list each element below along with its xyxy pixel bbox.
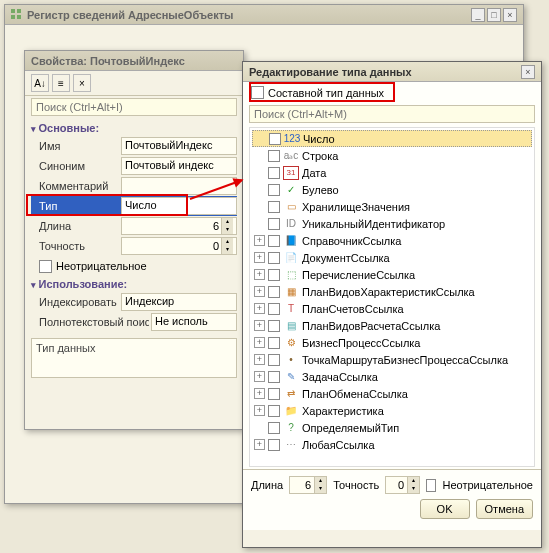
type-item-2[interactable]: 31Дата	[250, 164, 534, 181]
compound-label: Составной тип данных	[268, 87, 384, 99]
cancel-button[interactable]: Отмена	[476, 499, 533, 519]
type-item-15[interactable]: +⇄ПланОбменаСсылка	[250, 385, 534, 402]
type-item-5[interactable]: IDУникальныйИдентификатор	[250, 215, 534, 232]
expand-icon[interactable]: +	[254, 252, 265, 263]
types-nonneg-checkbox[interactable]	[426, 479, 436, 492]
expand-icon[interactable]: +	[254, 303, 265, 314]
props-search-input[interactable]	[31, 98, 237, 116]
type-item-14[interactable]: +✎ЗадачаСсылка	[250, 368, 534, 385]
type-item-16[interactable]: +📁Характеристика	[250, 402, 534, 419]
length-down[interactable]: ▾	[221, 226, 233, 234]
expand-icon[interactable]: +	[254, 371, 265, 382]
type-item-7[interactable]: +📄ДокументСсылка	[250, 249, 534, 266]
type-item-3[interactable]: ✓Булево	[250, 181, 534, 198]
expand-icon[interactable]: +	[254, 269, 265, 280]
type-checkbox[interactable]	[268, 303, 280, 315]
type-item-0[interactable]: 123Число	[252, 130, 532, 147]
type-checkbox[interactable]	[268, 354, 280, 366]
section-usage[interactable]: Использование:	[31, 276, 237, 292]
fulltext-field[interactable]: Не исполь	[151, 313, 237, 331]
type-item-18[interactable]: +⋯ЛюбаяСсылка	[250, 436, 534, 453]
type-item-9[interactable]: +▦ПланВидовХарактеристикСсылка	[250, 283, 534, 300]
name-field[interactable]: ПочтовыйИндекс	[121, 137, 237, 155]
type-item-17[interactable]: ?ОпределяемыйТип	[250, 419, 534, 436]
type-checkbox[interactable]	[268, 235, 280, 247]
type-checkbox[interactable]	[268, 201, 280, 213]
nonneg-checkbox[interactable]	[39, 260, 52, 273]
type-checkbox[interactable]	[268, 269, 280, 281]
type-checkbox[interactable]	[268, 218, 280, 230]
expand-icon	[255, 133, 266, 144]
type-label: Дата	[302, 167, 326, 179]
main-titlebar: Регистр сведений АдресныеОбъекты _ □ ×	[5, 5, 523, 25]
type-icon: ⋯	[283, 438, 299, 452]
type-checkbox[interactable]	[269, 133, 281, 145]
section-main[interactable]: Основные:	[31, 120, 237, 136]
expand-icon[interactable]: +	[254, 388, 265, 399]
minimize-button[interactable]: _	[471, 8, 485, 22]
categorize-button[interactable]: ≡	[52, 74, 70, 92]
type-checkbox[interactable]	[268, 388, 280, 400]
props-toolbar: A↓ ≡ ×	[25, 71, 243, 96]
type-editor-window: Редактирование типа данных × Составной т…	[242, 61, 542, 548]
type-label: ЛюбаяСсылка	[302, 439, 375, 451]
type-checkbox[interactable]	[268, 371, 280, 383]
expand-icon[interactable]: +	[254, 235, 265, 246]
type-item-10[interactable]: +TПланСчетовСсылка	[250, 300, 534, 317]
length-field[interactable]: 6 ▴▾	[121, 217, 237, 235]
type-item-4[interactable]: ▭ХранилищеЗначения	[250, 198, 534, 215]
type-item-6[interactable]: +📘СправочникСсылка	[250, 232, 534, 249]
compound-checkbox[interactable]	[251, 86, 264, 99]
types-length-field[interactable]: 6 ▴▾	[289, 476, 327, 494]
expand-icon[interactable]: +	[254, 354, 265, 365]
precision-field[interactable]: 0 ▴▾	[121, 237, 237, 255]
type-checkbox[interactable]	[268, 405, 280, 417]
type-icon: ?	[283, 421, 299, 435]
type-tree[interactable]: 123ЧислоaₐcСтрока31Дата✓Булево▭Хранилище…	[249, 127, 535, 467]
synonym-field[interactable]: Почтовый индекс	[121, 157, 237, 175]
type-checkbox[interactable]	[268, 167, 280, 179]
type-item-1[interactable]: aₐcСтрока	[250, 147, 534, 164]
length-up[interactable]: ▴	[221, 218, 233, 226]
type-item-8[interactable]: +⬚ПеречислениеСсылка	[250, 266, 534, 283]
index-field[interactable]: Индексир	[121, 293, 237, 311]
expand-icon[interactable]: +	[254, 286, 265, 297]
type-checkbox[interactable]	[268, 252, 280, 264]
types-close-button[interactable]: ×	[521, 65, 535, 79]
type-icon: ✓	[283, 183, 299, 197]
types-title: Редактирование типа данных	[249, 66, 412, 78]
type-item-12[interactable]: +⚙БизнесПроцессСсылка	[250, 334, 534, 351]
expand-icon	[254, 218, 265, 229]
type-checkbox[interactable]	[268, 150, 280, 162]
type-checkbox[interactable]	[268, 422, 280, 434]
expand-icon[interactable]: +	[254, 337, 265, 348]
types-precision-field[interactable]: 0 ▴▾	[385, 476, 420, 494]
times-button[interactable]: ×	[73, 74, 91, 92]
type-icon: ID	[283, 217, 299, 231]
maximize-button[interactable]: □	[487, 8, 501, 22]
type-checkbox[interactable]	[268, 337, 280, 349]
sort-az-button[interactable]: A↓	[31, 74, 49, 92]
type-item-11[interactable]: +▤ПланВидовРасчетаСсылка	[250, 317, 534, 334]
precision-up[interactable]: ▴	[221, 238, 233, 246]
types-nonneg-label: Неотрицательное	[442, 479, 533, 491]
main-title: Регистр сведений АдресныеОбъекты	[27, 9, 234, 21]
type-checkbox[interactable]	[268, 320, 280, 332]
expand-icon[interactable]: +	[254, 439, 265, 450]
precision-down[interactable]: ▾	[221, 246, 233, 254]
props-titlebar: Свойства: ПочтовыйИндекс	[25, 51, 243, 71]
type-item-13[interactable]: +•ТочкаМаршрутаБизнесПроцессаСсылка	[250, 351, 534, 368]
fulltext-label: Полнотекстовый поиск	[31, 316, 149, 328]
type-checkbox[interactable]	[268, 184, 280, 196]
ok-button[interactable]: OK	[420, 499, 470, 519]
type-field[interactable]: Число	[121, 197, 237, 215]
types-search-input[interactable]	[249, 105, 535, 123]
expand-icon[interactable]: +	[254, 320, 265, 331]
type-checkbox[interactable]	[268, 439, 280, 451]
expand-icon[interactable]: +	[254, 405, 265, 416]
close-button[interactable]: ×	[503, 8, 517, 22]
type-checkbox[interactable]	[268, 286, 280, 298]
name-label: Имя	[31, 140, 119, 152]
comment-field[interactable]	[121, 177, 237, 195]
type-label: ПланВидовРасчетаСсылка	[302, 320, 440, 332]
